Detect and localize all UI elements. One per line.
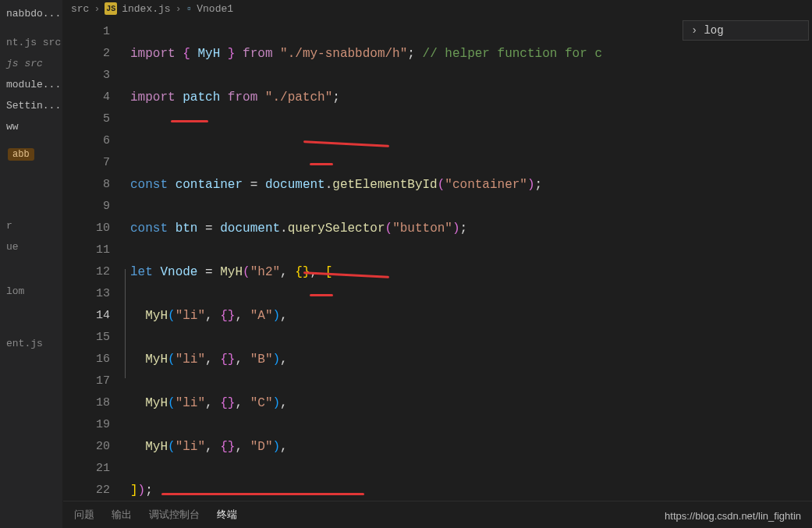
log-label: log	[704, 24, 723, 37]
crumb-file[interactable]: index.js	[122, 3, 170, 15]
sidebar-item[interactable]: ue	[0, 236, 62, 257]
sidebar-item[interactable]: Settin...	[0, 95, 62, 116]
sidebar-item[interactable]: ww	[0, 116, 62, 137]
panel-tab-output[interactable]: 输出	[112, 508, 132, 522]
chevron-right-icon: ›	[691, 24, 697, 37]
sidebar-badge: abb	[0, 148, 62, 161]
chevron-right-icon: ›	[94, 3, 100, 15]
bracket-guide	[125, 269, 126, 378]
panel-tab-debug-console[interactable]: 调试控制台	[149, 508, 200, 522]
line-gutter: 12345678910111213141516171819202122	[63, 18, 124, 501]
annotation-redline	[310, 294, 333, 296]
annotation-redline	[161, 493, 364, 495]
chevron-right-icon: ›	[176, 3, 182, 15]
sidebar-item[interactable]: nabbdo...	[0, 3, 62, 24]
code-area[interactable]: import { MyH } from "./my-snabbdom/h"; /…	[124, 18, 812, 501]
sidebar-item[interactable]: ent.js	[0, 333, 62, 354]
editor-main: src › JS index.js › ▫ Vnode1 12345678910…	[63, 0, 812, 528]
breadcrumb[interactable]: src › JS index.js › ▫ Vnode1	[63, 0, 812, 18]
log-panel[interactable]: › log	[683, 20, 809, 41]
code-editor[interactable]: 12345678910111213141516171819202122 impo…	[63, 18, 812, 501]
sidebar-item[interactable]: lom	[0, 281, 62, 302]
explorer-sidebar: nabbdo... nt.js src js src module... Set…	[0, 0, 63, 528]
app-root: nabbdo... nt.js src js src module... Set…	[0, 0, 812, 528]
sidebar-item[interactable]: module...	[0, 74, 62, 95]
symbol-icon: ▫	[186, 3, 192, 15]
js-file-icon: JS	[105, 2, 117, 15]
sidebar-item[interactable]: js src	[0, 53, 62, 74]
panel-tab-problems[interactable]: 问题	[74, 508, 94, 522]
annotation-redline	[171, 120, 208, 122]
sidebar-item[interactable]: r	[0, 215, 62, 236]
sidebar-item[interactable]: nt.js src	[0, 32, 62, 53]
watermark-text: https://blog.csdn.net/lin_fightin	[665, 510, 801, 522]
annotation-redline	[310, 163, 333, 165]
panel-tab-terminal[interactable]: 终端	[217, 508, 237, 522]
crumb-symbol[interactable]: Vnode1	[197, 3, 233, 15]
crumb-folder[interactable]: src	[71, 3, 89, 15]
